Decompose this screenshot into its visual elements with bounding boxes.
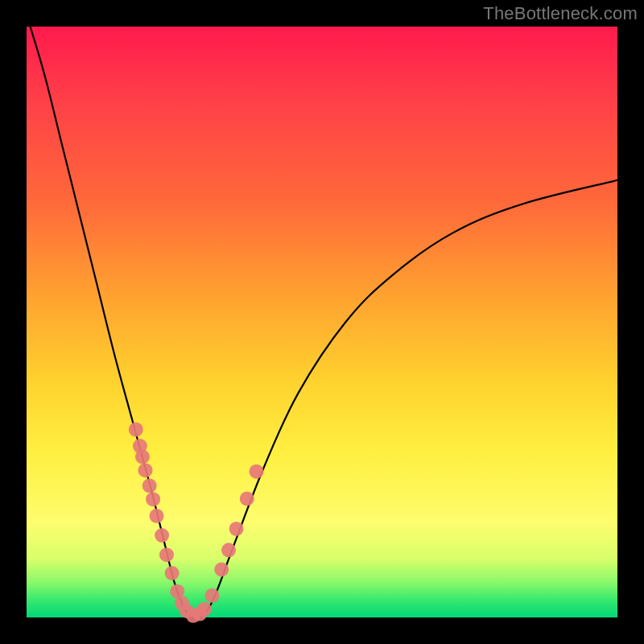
scatter-point <box>165 566 180 580</box>
scatter-point <box>129 423 143 437</box>
scatter-point <box>197 602 212 617</box>
scatter-point <box>229 522 244 536</box>
scatter-point <box>135 449 150 464</box>
scatter-point <box>214 563 229 577</box>
scatter-point <box>205 588 220 603</box>
scatter-point <box>138 463 153 477</box>
curve-layer <box>27 27 617 617</box>
watermark-text: TheBottleneck.com <box>483 3 638 24</box>
bottleneck-curve <box>27 14 617 618</box>
plot-area <box>27 27 617 617</box>
scatter-point <box>159 547 174 562</box>
scatter-point <box>150 509 164 523</box>
scatter-point <box>146 492 160 506</box>
scatter-point <box>142 478 157 493</box>
scatter-points <box>129 423 264 623</box>
scatter-point <box>221 543 236 557</box>
chart-frame: TheBottleneck.com <box>0 0 644 644</box>
scatter-point <box>240 492 254 506</box>
scatter-point <box>155 528 169 543</box>
scatter-point <box>250 464 264 479</box>
